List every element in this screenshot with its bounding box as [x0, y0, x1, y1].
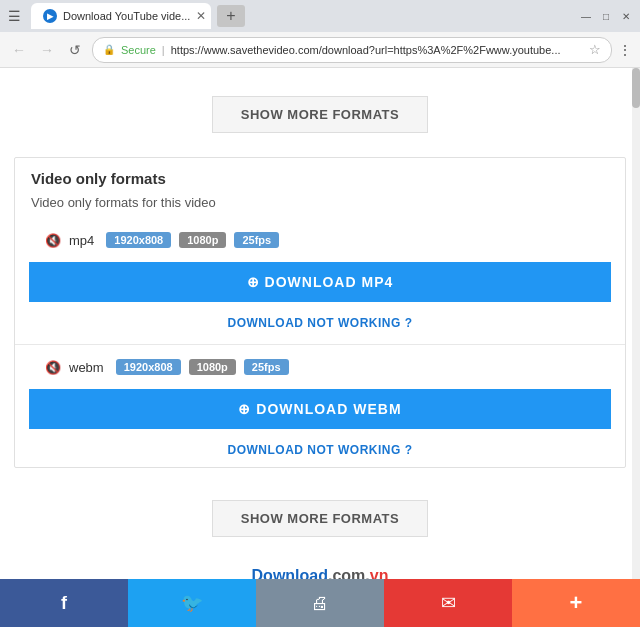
print-icon: 🖨 — [311, 593, 329, 614]
watermark-download: Download — [252, 567, 328, 579]
secure-label: Secure — [121, 44, 156, 56]
mp4-badge-quality: 1080p — [179, 232, 226, 248]
webm-badge-fps: 25fps — [244, 359, 289, 375]
new-tab-button[interactable]: + — [217, 5, 245, 27]
back-button[interactable]: ← — [8, 39, 30, 61]
section-title: Video only formats — [15, 158, 625, 193]
browser-menu-icon[interactable]: ☰ — [8, 8, 21, 24]
mp4-format-name: mp4 — [69, 233, 94, 248]
webm-mute-icon: 🔇 — [45, 360, 61, 375]
bottom-show-more-button[interactable]: SHOW MORE FORMATS — [212, 500, 428, 537]
facebook-button[interactable]: f — [0, 579, 128, 627]
top-show-more-button[interactable]: SHOW MORE FORMATS — [212, 96, 428, 133]
scrollbar-thumb[interactable] — [632, 68, 640, 108]
top-show-more-wrapper: SHOW MORE FORMATS — [0, 68, 640, 157]
video-only-section: Video only formats Video only formats fo… — [14, 157, 626, 468]
watermark-text: Download.com.vn — [252, 567, 389, 579]
watermark-vn: vn — [370, 567, 389, 579]
mp4-not-working-link[interactable]: DOWNLOAD NOT WORKING ? — [15, 306, 625, 340]
minimize-button[interactable]: — — [580, 10, 592, 22]
webm-format-row: 🔇 webm 1920x808 1080p 25fps — [15, 349, 625, 385]
browser-menu-button[interactable]: ⋮ — [618, 42, 632, 58]
webm-format-name: webm — [69, 360, 104, 375]
address-bar-row: ← → ↺ 🔒 Secure | https://www.savethevide… — [0, 32, 640, 68]
tab-close-button[interactable]: ✕ — [196, 9, 206, 23]
reload-button[interactable]: ↺ — [64, 39, 86, 61]
mp4-badge-fps: 25fps — [234, 232, 279, 248]
plus-icon: + — [570, 590, 583, 616]
forward-button[interactable]: → — [36, 39, 58, 61]
browser-titlebar: ☰ ▶ Download YouTube vide... ✕ + — □ ✕ — [0, 0, 640, 32]
separator: | — [162, 44, 165, 56]
download-mp4-button[interactable]: ⊕ DOWNLOAD MP4 — [29, 262, 611, 302]
url-text: https://www.savethevideo.com/download?ur… — [171, 44, 583, 56]
tab-favicon: ▶ — [43, 9, 57, 23]
email-button[interactable]: ✉ — [384, 579, 512, 627]
facebook-icon: f — [61, 593, 67, 614]
watermark: Download.com.vn — [0, 559, 640, 579]
webm-badge-resolution: 1920x808 — [116, 359, 181, 375]
page-content: SHOW MORE FORMATS Video only formats Vid… — [0, 68, 640, 579]
active-tab[interactable]: ▶ Download YouTube vide... ✕ — [31, 3, 211, 29]
bottom-show-more-wrapper: SHOW MORE FORMATS — [0, 478, 640, 559]
social-bar: f 🐦 🖨 ✉ + — [0, 579, 640, 627]
webm-badge-quality: 1080p — [189, 359, 236, 375]
download-webm-button[interactable]: ⊕ DOWNLOAD WEBM — [29, 389, 611, 429]
mp4-mute-icon: 🔇 — [45, 233, 61, 248]
address-bar[interactable]: 🔒 Secure | https://www.savethevideo.com/… — [92, 37, 612, 63]
secure-icon: 🔒 — [103, 44, 115, 55]
twitter-icon: 🐦 — [181, 592, 203, 614]
bookmark-icon[interactable]: ☆ — [589, 42, 601, 57]
mp4-badge-resolution: 1920x808 — [106, 232, 171, 248]
scrollbar-track[interactable] — [632, 68, 640, 579]
close-button[interactable]: ✕ — [620, 10, 632, 22]
tab-label: Download YouTube vide... — [63, 10, 190, 22]
twitter-button[interactable]: 🐦 — [128, 579, 256, 627]
webm-not-working-link[interactable]: DOWNLOAD NOT WORKING ? — [15, 433, 625, 467]
format-divider — [15, 344, 625, 345]
watermark-dotcom: .com. — [328, 567, 370, 579]
section-subtitle: Video only formats for this video — [15, 193, 625, 222]
window-controls: — □ ✕ — [580, 10, 632, 22]
mail-icon: ✉ — [441, 592, 456, 614]
maximize-button[interactable]: □ — [600, 10, 612, 22]
print-button[interactable]: 🖨 — [256, 579, 384, 627]
mp4-format-row: 🔇 mp4 1920x808 1080p 25fps — [15, 222, 625, 258]
plus-button[interactable]: + — [512, 579, 640, 627]
